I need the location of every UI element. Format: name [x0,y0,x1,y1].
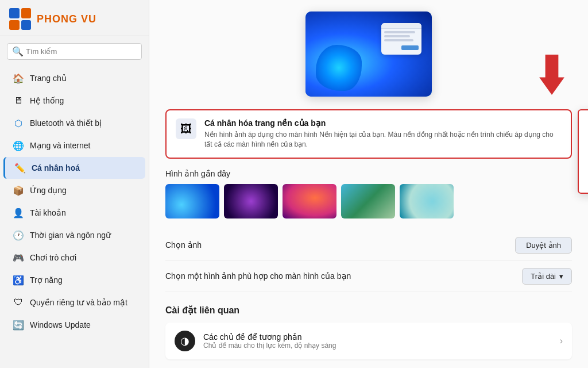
sidebar-item-label: Thời gian và ngôn ngữ [30,231,111,240]
main-content: 🖼 Cá nhân hóa trang nền của bạn Nền hình… [149,0,588,368]
sidebar-item-privacy[interactable]: 🛡 Quyền riêng tư và bảo mật [3,292,145,313]
fit-row: Chọn một hình ảnh phù hợp cho màn hình c… [165,261,572,292]
browse-button[interactable]: Duyệt ảnh [515,237,572,254]
dropdown-menu[interactable]: Hình ảnh › Màu đồng nhất Trình chiếu Win… [578,109,588,194]
dropdown-item-trinh-chieu[interactable]: Trình chiếu [579,152,588,171]
sidebar-item-thoi-gian[interactable]: 🕐 Thời gian và ngôn ngữ [3,224,145,246]
sidebar-item-windows-update[interactable]: 🔄 Windows Update [3,314,145,336]
personalize-container: 🖼 Cá nhân hóa trang nền của bạn Nền hình… [165,109,572,159]
home-icon: 🏠 [13,72,24,84]
main-section: 🖼 Cá nhân hóa trang nền của bạn Nền hình… [149,102,588,366]
logo-phong: PHONG [37,13,78,25]
preview-monitor [305,12,432,97]
personalize-desc: Nền hình ảnh áp dụng cho màn hình Nền hi… [204,130,562,150]
sidebar-item-games[interactable]: 🎮 Chơi trò chơi [3,247,145,269]
search-box[interactable]: 🔍 [7,43,142,60]
personalize-box-icon: 🖼 [176,118,196,139]
sidebar-item-label: Quyền riêng tư và bảo mật [30,298,127,307]
sidebar-item-bluetooth[interactable]: ⬡ Bluetooth và thiết bị [3,112,145,134]
svg-marker-0 [539,55,564,95]
games-icon: 🎮 [13,252,24,263]
recent-images-section: Hình ảnh gần đây [165,169,572,218]
related-item-chu-de[interactable]: ◑ Các chủ đề để tương phản Chủ đề màu ch… [165,323,572,359]
floatwin-button [401,45,419,50]
logo-icon [9,8,31,30]
floatwin-line [384,39,413,41]
thumbnail-3[interactable] [283,184,336,218]
sidebar-item-label: Trợ năng [30,275,63,285]
logo-vu: VU [78,13,96,25]
personalize-box-text: Cá nhân hóa trang nền của bạn Nền hình ả… [204,118,562,150]
floatwin-titlebar [381,23,421,29]
sidebar: PHONG VU 🔍 🏠 Trang chủ 🖥 Hệ thống ⬡ Blue… [0,0,149,368]
nav-list: 🏠 Trang chủ 🖥 Hệ thống ⬡ Bluetooth và th… [0,64,149,368]
sidebar-item-mang[interactable]: 🌐 Mạng và internet [3,135,145,156]
sidebar-item-label: Trang chủ [30,74,67,83]
fit-select[interactable]: Trải dài ▾ [522,268,572,285]
search-icon: 🔍 [12,46,24,57]
time-icon: 🕐 [13,229,24,241]
related-item-subtitle: Chủ đề màu cho thị lực kém, độ nhạy sáng [203,342,336,350]
sidebar-item-label: Tài khoản [30,208,66,217]
sidebar-item-accessibility[interactable]: ♿ Trợ năng [3,269,145,291]
related-section: Cài đặt liên quan ◑ Các chủ đề để tương … [165,305,572,359]
logo-text: PHONG VU [37,13,96,25]
choose-photo-label: Chọn ảnh [165,240,202,250]
sidebar-item-ung-dung[interactable]: 📦 Ứng dụng [3,179,145,201]
thumbnail-5[interactable] [400,184,454,218]
sidebar-item-label: Hệ thống [30,96,64,105]
personalize-icon: ✏️ [14,162,26,174]
dropdown-item-mau-dong-nhat[interactable]: Màu đồng nhất [579,132,588,152]
floatwin-content [381,29,421,44]
apps-icon: 📦 [13,185,24,196]
dropdown-item-windows-spotlight[interactable]: Windows spotlight [579,171,588,190]
floating-window [381,23,421,55]
sidebar-item-tai-khoan[interactable]: 👤 Tài khoản [3,202,145,224]
account-icon: 👤 [13,207,24,218]
floatwin-line [384,35,410,37]
thumbnail-4[interactable] [341,184,395,218]
network-icon: 🌐 [13,140,24,151]
search-input[interactable] [26,47,137,56]
recent-images-label: Hình ảnh gần đây [165,169,572,178]
personalize-box: 🖼 Cá nhân hóa trang nền của bạn Nền hình… [165,109,572,159]
arrow-container [537,55,566,97]
sidebar-item-he-thong[interactable]: 🖥 Hệ thống [3,90,145,112]
windows-flower [316,45,362,91]
thumbnail-2[interactable] [224,184,278,218]
privacy-icon: 🛡 [13,297,24,308]
recent-images-grid [165,184,572,218]
thumbnail-1[interactable] [165,184,219,218]
related-title: Cài đặt liên quan [165,305,572,316]
sidebar-item-ca-nhan-hoa[interactable]: ✏️ Cá nhân hoá [3,157,145,179]
sidebar-item-label: Windows Update [30,320,91,329]
sidebar-item-label: Cá nhân hoá [32,163,80,172]
personalize-title: Cá nhân hóa trang nền của bạn [204,118,562,128]
floatwin-line [384,31,415,33]
sidebar-item-label: Bluetooth và thiết bị [30,118,102,128]
sidebar-item-trang-chu[interactable]: 🏠 Trang chủ [3,67,145,89]
chevron-down-icon: ▾ [559,272,563,281]
update-icon: 🔄 [13,319,24,331]
chevron-right-icon: › [560,336,563,346]
sidebar-item-label: Ứng dụng [30,186,67,195]
system-icon: 🖥 [13,95,24,106]
fit-value: Trải dài [531,272,556,281]
contrast-icon: ◑ [175,331,195,351]
preview-area [149,0,588,102]
dropdown-item-hinh-anh[interactable]: Hình ảnh › [579,113,588,132]
fit-label: Chọn một hình ảnh phù hợp cho màn hình c… [165,271,351,281]
bluetooth-icon: ⬡ [13,117,24,129]
logo-area: PHONG VU [0,0,149,36]
choose-photo-row: Chọn ảnh Duyệt ảnh [165,230,572,261]
arrow-down-icon [537,55,566,95]
related-item-title: Các chủ đề để tương phản [203,332,336,342]
sidebar-item-label: Chơi trò chơi [30,253,76,262]
related-item-text: Các chủ đề để tương phản Chủ đề màu cho … [203,332,336,350]
sidebar-item-label: Mạng và internet [30,141,91,150]
accessibility-icon: ♿ [13,274,24,286]
